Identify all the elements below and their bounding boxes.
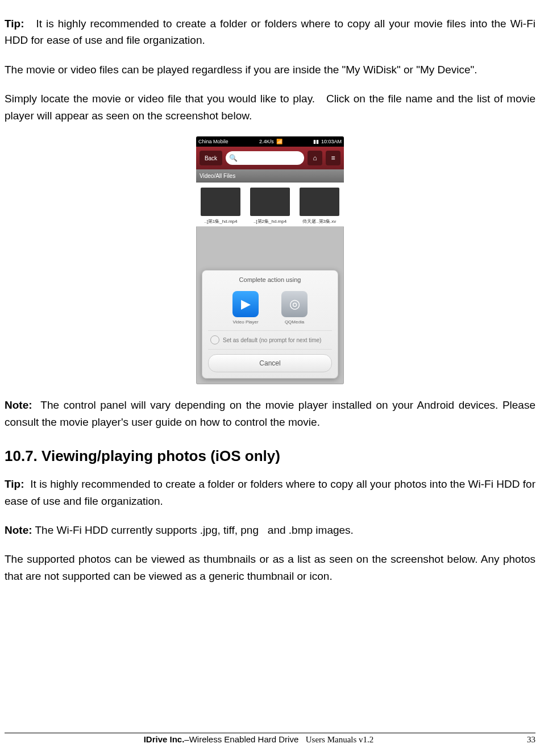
speed-label: 2.4K/s [259, 139, 274, 144]
note-text-1: The control panel will vary depending on… [5, 399, 535, 427]
set-default-label: Set as default (no prompt for next time) [223, 337, 321, 343]
home-icon[interactable]: ⌂ [308, 151, 322, 165]
qq-icon: ◎ [281, 291, 308, 317]
search-input[interactable]: 🔍 [226, 151, 304, 165]
footer-company: IDrive Inc. [144, 734, 185, 744]
play-icon: ▶ [232, 291, 259, 317]
video-thumb-3-label: 倚天屠..第3集.xv [302, 218, 336, 225]
app-option-2[interactable]: ◎ QQMedia [281, 291, 308, 325]
screenshot-container: China Mobile 2.4K/s📶 ▮▮10:03AM Back 🔍 ⌂ … [5, 136, 535, 384]
back-button[interactable]: Back [200, 151, 222, 165]
video-thumb-3[interactable]: 倚天屠..第3集.xv [294, 182, 344, 227]
page-footer: IDrive Inc.–Wireless Enabled Hard Drive … [5, 733, 535, 745]
action-sheet-title: Complete action using [208, 274, 332, 288]
footer-mid: –Wireless Enabled Hard Drive [184, 734, 298, 744]
app-option-2-label: QQMedia [285, 319, 304, 325]
path-bar-text: Video/All Files [200, 173, 235, 179]
tip-label-2: Tip: [5, 478, 24, 490]
video-thumb-2[interactable]: ..]第2集_hd.mp4 [246, 182, 295, 227]
cancel-button-label: Cancel [259, 359, 280, 367]
paragraph-2: The movie or video files can be played r… [5, 61, 535, 78]
tip-label-1: Tip: [5, 18, 24, 30]
cancel-button[interactable]: Cancel [208, 354, 332, 372]
section-heading: 10.7. Viewing/playing photos (iOS only) [5, 447, 535, 465]
app-option-1-label: Video Player [232, 319, 258, 325]
app-navbar: Back 🔍 ⌂ ≡ [196, 147, 344, 169]
carrier-label: China Mobile [198, 139, 229, 144]
time-label: 10:03AM [321, 139, 342, 144]
action-sheet: Complete action using ▶ Video Player ◎ Q… [202, 270, 338, 379]
video-thumb-2-label: ..]第2集_hd.mp4 [254, 218, 286, 225]
paragraph-last: The supported photos can be viewed as th… [5, 551, 535, 584]
status-bar: China Mobile 2.4K/s📶 ▮▮10:03AM [196, 136, 344, 147]
note-text-2: The Wi-Fi HDD currently supports .jpg, t… [32, 524, 354, 536]
footer-company-text: IDrive Inc. [144, 734, 185, 744]
note-label-1: Note: [5, 399, 32, 411]
app-option-1[interactable]: ▶ Video Player [232, 291, 259, 325]
tip-text-2: It is highly recommended to create a fol… [5, 478, 535, 506]
tip-text-1: It is highly recommended to create a fol… [5, 18, 535, 46]
phone-screenshot: China Mobile 2.4K/s📶 ▮▮10:03AM Back 🔍 ⌂ … [196, 136, 344, 384]
wifi-icon: 📶 [276, 139, 283, 144]
video-thumb-1-label: ..]第1集_hd.mp4 [204, 218, 237, 225]
page-number: 33 [513, 735, 535, 745]
checkbox-icon [210, 335, 219, 344]
note-paragraph-1: Note: The control panel will vary depend… [5, 397, 535, 430]
set-default-row[interactable]: Set as default (no prompt for next time) [208, 330, 332, 350]
video-thumb-1[interactable]: ..]第1集_hd.mp4 [196, 182, 246, 227]
video-thumbnails-row: ..]第1集_hd.mp4 ..]第2集_hd.mp4 倚天屠..第3集.xv [196, 182, 344, 227]
search-icon: 🔍 [229, 154, 238, 162]
tip-paragraph-2: Tip: It is highly recommended to create … [5, 476, 535, 509]
note-paragraph-2: Note: The Wi-Fi HDD currently supports .… [5, 522, 535, 538]
menu-icon[interactable]: ≡ [326, 151, 340, 165]
note-label-2: Note: [5, 524, 32, 536]
battery-icon: ▮▮ [313, 139, 319, 144]
tip-paragraph-1: Tip: It is highly recommended to create … [5, 15, 535, 49]
footer-right: Users Manuals v1.2 [306, 735, 374, 744]
path-bar: Video/All Files [196, 169, 344, 182]
back-button-label: Back [205, 155, 217, 161]
paragraph-3: Simply locate the movie or video file th… [5, 90, 535, 124]
